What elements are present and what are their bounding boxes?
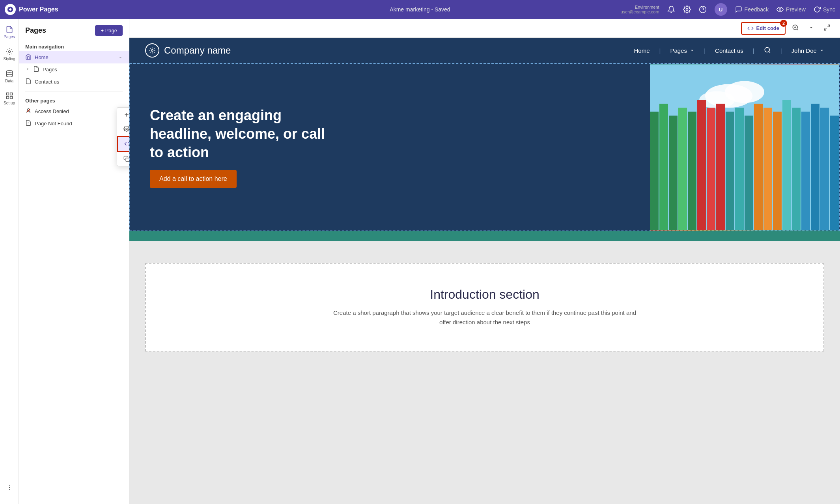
- svg-rect-42: [726, 112, 734, 230]
- svg-point-19: [126, 128, 127, 130]
- site-search-button[interactable]: [764, 46, 771, 55]
- nav-more[interactable]: [1, 477, 18, 498]
- notifications-button[interactable]: [667, 6, 675, 13]
- settings-button[interactable]: [683, 6, 691, 13]
- doc-title: Akme marketing - Saved: [390, 6, 450, 13]
- sidebar-item-contact[interactable]: Contact us: [19, 76, 129, 88]
- context-page-settings[interactable]: Page settings 1: [117, 122, 129, 136]
- zoom-dropdown-button[interactable]: [805, 23, 817, 33]
- company-name: Company name: [164, 45, 231, 56]
- zoom-in-button[interactable]: [789, 22, 802, 34]
- icon-nav: Pages Styling Data Set up: [0, 19, 19, 504]
- feedback-button[interactable]: Feedback: [735, 6, 769, 13]
- hero-cta-button[interactable]: Add a call to action here: [150, 170, 237, 188]
- svg-point-28: [765, 47, 769, 52]
- svg-rect-37: [678, 108, 687, 230]
- svg-rect-49: [792, 108, 801, 230]
- svg-rect-36: [669, 116, 678, 230]
- svg-point-6: [6, 71, 12, 73]
- expand-pages-button[interactable]: [25, 67, 30, 73]
- nav-setup[interactable]: Set up: [1, 88, 18, 109]
- svg-rect-34: [650, 112, 659, 230]
- site-nav-user[interactable]: John Doe: [791, 47, 824, 54]
- sidebar-item-pages[interactable]: Pages: [19, 63, 129, 76]
- contact-icon: [25, 78, 32, 86]
- svg-point-13: [9, 489, 10, 491]
- other-pages-section-title: Other pages: [19, 95, 129, 105]
- app-name: Power Pages: [19, 6, 58, 13]
- expand-button[interactable]: [820, 22, 834, 34]
- website-frame: Company name Home | Pages | Contact us |: [129, 38, 840, 504]
- add-page-button[interactable]: + Page: [95, 25, 123, 36]
- sidebar-item-page-not-found[interactable]: Page Not Found: [19, 117, 129, 130]
- sidebar: Pages + Page Main navigation Home ··· Pa…: [19, 19, 129, 504]
- svg-rect-7: [6, 93, 9, 95]
- svg-rect-50: [801, 112, 810, 230]
- home-label: Home: [35, 54, 49, 60]
- access-denied-label: Access Denied: [35, 108, 69, 114]
- site-nav: Company name Home | Pages | Contact us |: [129, 38, 840, 63]
- svg-point-5: [8, 51, 10, 53]
- help-button[interactable]: [699, 6, 707, 13]
- context-add-subpage[interactable]: Add a new subpage: [117, 108, 129, 122]
- contact-label: Contact us: [35, 79, 59, 85]
- sync-button[interactable]: Sync: [814, 6, 835, 13]
- sidebar-divider: [25, 91, 123, 91]
- site-nav-contact[interactable]: Contact us: [715, 47, 743, 54]
- context-edit-code[interactable]: Edit code: [117, 136, 129, 152]
- site-nav-home[interactable]: Home: [634, 47, 650, 54]
- svg-rect-39: [697, 100, 706, 230]
- svg-rect-47: [773, 112, 782, 230]
- sidebar-item-access-denied[interactable]: Access Denied: [19, 105, 129, 117]
- svg-rect-8: [10, 93, 12, 95]
- svg-rect-41: [716, 104, 725, 230]
- svg-point-1: [686, 9, 688, 11]
- svg-rect-35: [659, 104, 668, 230]
- svg-rect-48: [782, 100, 791, 230]
- app-logo: Power Pages: [5, 4, 58, 15]
- page-not-found-label: Page Not Found: [35, 121, 72, 126]
- hero-section: Create an engaging headline, welcome, or…: [129, 63, 840, 231]
- nav-pages[interactable]: Pages: [1, 22, 18, 43]
- sidebar-header: Pages + Page: [19, 25, 129, 41]
- intro-title: Introduction section: [430, 287, 539, 302]
- nav-styling[interactable]: Styling: [1, 44, 18, 65]
- home-more-button[interactable]: ···: [118, 54, 123, 60]
- svg-point-11: [9, 485, 10, 486]
- svg-point-27: [151, 50, 153, 52]
- context-menu-items: Add a new subpage Page settings 1 Edit c…: [117, 108, 129, 166]
- svg-rect-40: [707, 108, 715, 230]
- svg-line-25: [828, 25, 830, 27]
- sidebar-title: Pages: [25, 26, 46, 35]
- svg-point-12: [9, 487, 10, 488]
- svg-rect-10: [10, 97, 12, 99]
- edit-code-button[interactable]: Edit code 2: [741, 22, 786, 35]
- svg-rect-44: [745, 116, 753, 230]
- hero-headline: Create an engaging headline, welcome, or…: [150, 106, 339, 162]
- top-bar: Power Pages Akme marketing - Saved Envir…: [0, 0, 840, 19]
- preview-button[interactable]: Preview: [777, 6, 806, 13]
- svg-rect-45: [754, 104, 763, 230]
- svg-rect-53: [830, 116, 839, 230]
- hero-image-container: [650, 64, 839, 231]
- hero-image: [650, 64, 839, 231]
- sidebar-item-home[interactable]: Home ···: [19, 51, 129, 63]
- svg-line-29: [769, 51, 770, 52]
- context-duplicate[interactable]: Duplicate: [117, 152, 129, 166]
- site-nav-links: Home | Pages | Contact us | | John Doe: [634, 46, 824, 55]
- env-label: Environment user@example.com: [621, 5, 659, 14]
- main-nav-section-title: Main navigation: [19, 41, 129, 51]
- site-logo-circle: [145, 43, 159, 58]
- site-nav-pages[interactable]: Pages: [670, 47, 694, 54]
- svg-rect-46: [763, 108, 772, 230]
- svg-rect-43: [735, 108, 744, 230]
- topbar-actions: Environment user@example.com U Feedback …: [621, 3, 835, 16]
- page-not-found-icon: [25, 120, 32, 127]
- user-avatar[interactable]: U: [715, 3, 727, 16]
- home-icon: [25, 54, 32, 61]
- badge-2: 2: [780, 20, 787, 27]
- svg-point-4: [779, 9, 781, 11]
- nav-data[interactable]: Data: [1, 66, 18, 87]
- svg-point-2: [699, 6, 706, 13]
- site-logo: Company name: [145, 43, 231, 58]
